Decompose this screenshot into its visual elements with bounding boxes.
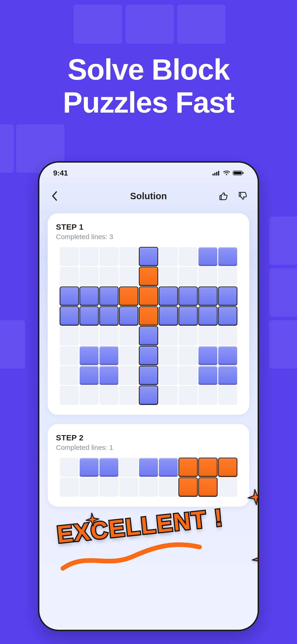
empty-cell <box>119 478 138 496</box>
empty-cell <box>80 326 98 345</box>
empty-cell <box>60 386 79 405</box>
empty-cell <box>159 267 178 286</box>
bg-deco-square <box>269 216 297 265</box>
empty-cell <box>60 478 79 496</box>
orange-block <box>179 478 198 496</box>
empty-cell <box>100 267 118 286</box>
empty-cell <box>179 366 198 385</box>
blue-block <box>139 458 158 477</box>
empty-cell <box>198 326 217 345</box>
blue-block <box>159 458 178 477</box>
bg-deco-square <box>269 320 297 368</box>
status-time: 9:41 <box>53 169 68 177</box>
excellent-overlay: EXCELLENT ! <box>56 500 259 574</box>
back-button[interactable] <box>48 189 62 203</box>
nav-bar: Solution <box>39 183 258 209</box>
empty-cell <box>60 267 79 286</box>
empty-cell <box>60 326 79 345</box>
squiggle-underline-icon <box>59 538 203 573</box>
bg-deco-square <box>0 320 25 368</box>
phone-mockup: 9:41 Solution STEP <box>38 161 259 631</box>
battery-icon <box>233 170 244 176</box>
bg-deco-square <box>269 268 297 317</box>
blue-block <box>218 247 237 266</box>
empty-cell <box>159 386 178 405</box>
blue-block <box>80 306 98 326</box>
blue-block <box>198 346 217 365</box>
empty-cell <box>159 326 178 345</box>
blue-block <box>159 306 178 326</box>
blue-block <box>80 346 98 365</box>
status-bar: 9:41 <box>39 162 258 183</box>
blue-block <box>139 247 158 266</box>
svg-rect-6 <box>234 172 242 174</box>
blue-block <box>100 306 118 326</box>
blue-block <box>179 306 198 326</box>
empty-cell <box>218 267 237 286</box>
step-completed-lines: Completed lines: 3 <box>56 233 241 241</box>
puzzle-grid <box>60 247 237 405</box>
blue-block <box>198 306 217 326</box>
empty-cell <box>119 326 138 345</box>
blue-block <box>218 306 237 326</box>
orange-block <box>198 478 217 496</box>
empty-cell <box>60 346 79 365</box>
headline-line-1: Solve Block <box>68 53 230 86</box>
empty-cell <box>218 326 237 345</box>
thumbs-up-button[interactable] <box>216 189 230 203</box>
blue-block <box>139 366 158 385</box>
bg-deco-square <box>0 124 14 173</box>
empty-cell <box>119 458 138 477</box>
empty-cell <box>179 326 198 345</box>
headline-line-2: Puzzles Fast <box>63 86 234 119</box>
orange-block <box>139 306 158 326</box>
empty-cell <box>119 247 138 266</box>
empty-cell <box>80 267 98 286</box>
empty-cell <box>159 247 178 266</box>
empty-cell <box>218 478 237 496</box>
blue-block <box>198 287 217 306</box>
empty-cell <box>119 366 138 385</box>
blue-block <box>218 366 237 385</box>
empty-cell <box>80 386 98 405</box>
empty-cell <box>179 346 198 365</box>
blue-block <box>60 287 79 306</box>
blue-block <box>218 287 237 306</box>
wifi-icon <box>223 170 230 176</box>
promo-headline: Solve Block Puzzles Fast <box>0 53 297 119</box>
svg-rect-2 <box>216 172 217 176</box>
empty-cell <box>198 386 217 405</box>
blue-block <box>60 306 79 326</box>
blue-block <box>100 458 118 477</box>
svg-point-4 <box>226 174 227 175</box>
thumbs-down-button[interactable] <box>236 189 249 203</box>
orange-block <box>139 287 158 306</box>
blue-block <box>100 287 118 306</box>
empty-cell <box>198 267 217 286</box>
sparkle-icon <box>85 512 100 528</box>
empty-cell <box>80 247 98 266</box>
step-card: STEP 1 Completed lines: 3 <box>48 213 249 415</box>
blue-block <box>198 366 217 385</box>
step-card: STEP 2 Completed lines: 1 <box>48 424 249 507</box>
cellular-icon <box>212 170 220 176</box>
svg-rect-0 <box>212 174 214 176</box>
blue-block <box>100 366 118 385</box>
empty-cell <box>179 386 198 405</box>
step-label: STEP 2 <box>56 433 241 442</box>
blue-block <box>119 306 138 326</box>
empty-cell <box>119 267 138 286</box>
orange-block <box>218 458 237 477</box>
orange-block <box>139 267 158 286</box>
bg-deco-square <box>74 4 122 44</box>
orange-block <box>179 458 198 477</box>
bg-deco-square <box>177 4 226 44</box>
blue-block <box>100 346 118 365</box>
empty-cell <box>159 346 178 365</box>
orange-block <box>119 287 138 306</box>
empty-cell <box>100 386 118 405</box>
blue-block <box>159 287 178 306</box>
step-label: STEP 1 <box>56 222 241 232</box>
empty-cell <box>159 478 178 496</box>
svg-rect-3 <box>218 171 219 176</box>
